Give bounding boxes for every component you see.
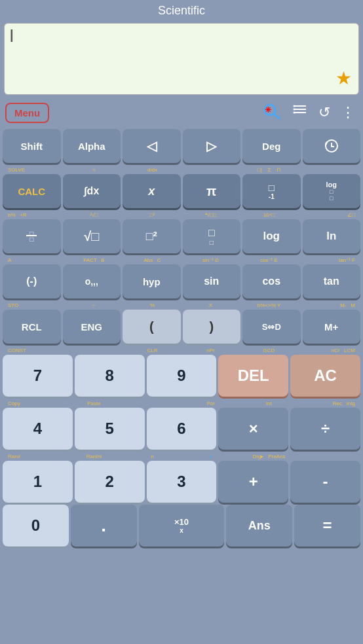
pi-button[interactable]: π xyxy=(183,174,241,208)
row-shift-alpha: Shift Alpha ◁ ▷ Deg xyxy=(3,129,360,163)
seven-button[interactable]: 7 xyxy=(3,355,73,397)
deg-button[interactable]: Deg xyxy=(242,129,301,163)
dot-button[interactable]: . xyxy=(71,505,137,546)
label-b-convert: b%<>% Y xyxy=(239,300,297,310)
s-to-d-button[interactable]: S⇔D xyxy=(242,310,301,344)
label-row-6: CONST CLR nPr GCD nCr LCM xyxy=(3,346,360,355)
row-trig: (-) o,,, hyp sin cos tan xyxy=(3,264,360,298)
label-eq: = xyxy=(64,165,122,174)
label-e: e xyxy=(180,452,239,461)
equals-button[interactable]: = xyxy=(294,505,360,546)
tan-button[interactable]: tan xyxy=(303,264,361,298)
two-button[interactable]: 2 xyxy=(75,461,145,503)
row-zero: 0 . ×10x Ans = xyxy=(3,505,360,546)
label-ten-power: 10^□ xyxy=(239,210,297,219)
svg-line-1 xyxy=(274,114,280,119)
label-empty8 xyxy=(297,452,358,461)
title-bar: Scientific xyxy=(0,0,363,20)
calculator-body: Shift Alpha ◁ ▷ Deg SOLVE = d/dx □| Σ Π … xyxy=(0,128,363,551)
hyp-button[interactable]: hyp xyxy=(123,264,181,298)
inverse-button[interactable]: □-1 xyxy=(242,174,301,208)
label-n: n xyxy=(122,452,180,461)
label-solve: SOLVE xyxy=(5,165,64,174)
undo-icon[interactable]: ↺ xyxy=(316,103,333,122)
label-percent: % xyxy=(122,300,180,310)
label-drg: Drg▸ PreAns xyxy=(239,452,297,461)
label-sin-inv: sin⁻¹ D xyxy=(180,255,239,264)
nine-button[interactable]: 9 xyxy=(147,355,217,397)
one-button[interactable]: 1 xyxy=(3,461,73,503)
fraction-button[interactable]: □ □ xyxy=(3,219,61,253)
ac-button[interactable]: AC xyxy=(290,355,360,397)
log-base-button[interactable]: log□□ xyxy=(303,174,361,208)
label-sto: STO xyxy=(5,300,64,310)
ln-button[interactable]: ln xyxy=(303,219,361,253)
label-row-7: Copy Paste Pol int Rec Intg xyxy=(3,399,360,408)
multiply-button[interactable]: × xyxy=(218,408,288,450)
label-tan-inv: tan⁻¹ F xyxy=(297,255,358,264)
m-plus-button[interactable]: M+ xyxy=(303,310,361,344)
sci-notation-button[interactable]: ×10x xyxy=(139,505,225,546)
label-fact: FACT B xyxy=(64,255,122,264)
ans-button[interactable]: Ans xyxy=(226,505,292,546)
rcl-button[interactable]: RCL xyxy=(3,310,61,344)
row-sqrt: □ □ √□ □² □□ log ln xyxy=(3,219,360,253)
five-button[interactable]: 5 xyxy=(75,408,145,450)
comma-button[interactable]: o,,, xyxy=(63,264,121,298)
cos-button[interactable]: cos xyxy=(242,264,301,298)
label-pi xyxy=(297,165,358,174)
open-paren-button[interactable]: ( xyxy=(123,310,181,344)
x-button[interactable]: x xyxy=(123,174,181,208)
svg-point-7 xyxy=(294,109,296,111)
label-empty7 xyxy=(122,399,180,408)
left-arrow-button[interactable]: ◁ xyxy=(123,129,181,163)
label-ddx: d/dx xyxy=(122,165,180,174)
sqrt-button[interactable]: √□ xyxy=(63,219,121,253)
label-copy: Copy xyxy=(5,399,64,408)
label-row-4: A FACT B Abs C sin⁻¹ D cos⁻¹ E tan⁻¹ F xyxy=(3,255,360,264)
three-button[interactable]: 3 xyxy=(147,461,217,503)
label-clr: CLR xyxy=(122,346,180,355)
label-x: X xyxy=(180,300,239,310)
log-button[interactable]: log xyxy=(242,219,301,253)
del-button[interactable]: DEL xyxy=(218,355,288,397)
label-ran: Ran# xyxy=(5,452,64,461)
shift-button[interactable]: Shift xyxy=(3,129,61,163)
history-button[interactable] xyxy=(303,129,361,163)
right-arrow-button[interactable]: ▷ xyxy=(183,129,241,163)
list-icon[interactable] xyxy=(290,101,311,124)
power-button[interactable]: □□ xyxy=(183,219,241,253)
label-ranint: RanInt xyxy=(64,452,122,461)
close-paren-button[interactable]: ) xyxy=(183,310,241,344)
plus-button[interactable]: + xyxy=(218,461,288,503)
six-button[interactable]: 6 xyxy=(147,408,217,450)
row-123: 1 2 3 + - xyxy=(3,461,360,503)
eng-button[interactable]: ENG xyxy=(63,310,121,344)
camera-search-icon[interactable]: ✳ xyxy=(259,100,284,125)
toolbar: Menu ✳ ↺ ⋮ xyxy=(0,98,363,128)
row-789: 7 8 9 DEL AC xyxy=(3,355,360,397)
negate-button[interactable]: (-) xyxy=(3,264,61,298)
square-button[interactable]: □² xyxy=(123,219,181,253)
zero-button[interactable]: 0 xyxy=(3,505,69,546)
divide-button[interactable]: ÷ xyxy=(290,408,360,450)
sin-button[interactable]: sin xyxy=(183,264,241,298)
label-sq: □² xyxy=(122,210,180,219)
alpha-button[interactable]: Alpha xyxy=(63,129,121,163)
calc-button[interactable]: CALC xyxy=(3,174,61,208)
label-b-percent: b% +R xyxy=(5,210,64,219)
favorites-star[interactable]: ★ xyxy=(335,67,352,89)
display-cursor: | xyxy=(10,27,353,43)
more-options-icon[interactable]: ⋮ xyxy=(338,103,358,122)
minus-button[interactable]: - xyxy=(290,461,360,503)
label-empty6b xyxy=(64,346,122,355)
four-button[interactable]: 4 xyxy=(3,408,73,450)
label-abs: Abs C xyxy=(122,255,180,264)
menu-button[interactable]: Menu xyxy=(5,103,49,123)
eight-button[interactable]: 8 xyxy=(75,355,145,397)
row-456: 4 5 6 × ÷ xyxy=(3,408,360,450)
integral-button[interactable]: ∫dx xyxy=(63,174,121,208)
label-row-8: Ran# RanInt n e Drg▸ PreAns xyxy=(3,452,360,461)
row-rcl: RCL ENG ( ) S⇔D M+ xyxy=(3,310,360,344)
label-fourth-root: ⁴√□□ xyxy=(180,210,239,219)
